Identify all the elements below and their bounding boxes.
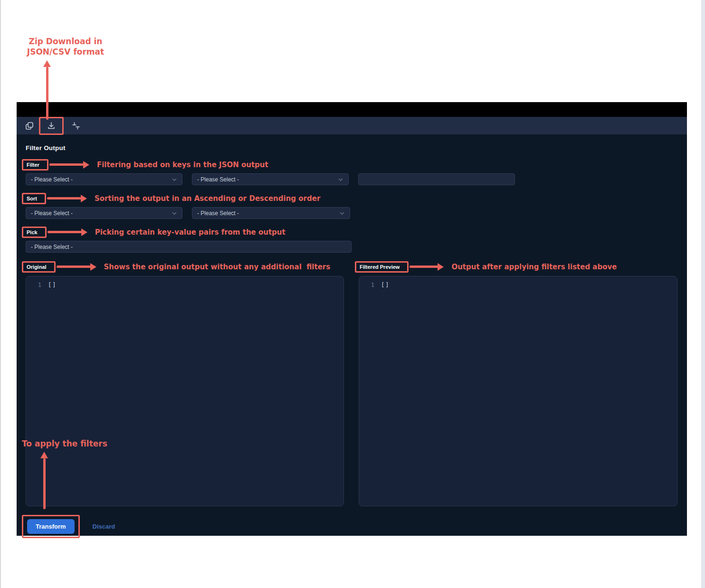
chevron-down-icon xyxy=(338,177,343,182)
annotation-sort-text: Sorting the output in an Ascending or De… xyxy=(95,194,320,203)
annotation-zip-line1: Zip Download in xyxy=(9,36,123,47)
filtered-preview-code-editor[interactable]: 1 [] xyxy=(359,276,677,506)
discard-link[interactable]: Discard xyxy=(93,523,115,530)
sort-key-select[interactable]: - Please Select - xyxy=(26,207,182,219)
code-line: 1 [] xyxy=(359,282,677,288)
footer-actions: Transform Discard xyxy=(26,515,678,538)
annotation-frame-pick: Pick xyxy=(22,227,47,238)
filtered-preview-section-label: Filtered Preview xyxy=(360,264,400,270)
collapse-button[interactable] xyxy=(70,120,82,132)
page-scrollbar[interactable] xyxy=(701,0,705,588)
chevron-down-icon xyxy=(171,210,177,216)
annotation-frame-filter: Filter xyxy=(22,159,48,171)
arrow-line xyxy=(49,163,84,166)
annotation-filtered-preview-text: Output after applying filters listed abo… xyxy=(451,263,617,271)
arrow-head-right xyxy=(83,161,89,169)
original-section-label: Original xyxy=(27,264,47,270)
annotation-frame-filtered-preview: Filtered Preview xyxy=(355,261,409,273)
annotation-frame-download xyxy=(39,117,64,135)
app-window: Filter Output Filter Filtering based on … xyxy=(17,102,687,536)
line-number: 1 xyxy=(359,282,374,288)
arrow-head-up xyxy=(40,452,48,458)
annotation-frame-sort: Sort xyxy=(22,193,46,204)
filter-section-label: Filter xyxy=(27,162,39,168)
annotation-frame-transform: Transform xyxy=(22,515,80,538)
annotation-zip-download: Zip Download in JSON/CSV format xyxy=(9,36,123,57)
code-line: 1 [] xyxy=(26,282,343,288)
copy-button[interactable] xyxy=(23,120,36,132)
annotation-arrow-zip xyxy=(43,60,51,120)
arrow-head-right xyxy=(90,263,96,271)
annotation-arrow-original xyxy=(57,263,96,271)
sort-key-select-value: - Please Select - xyxy=(31,210,73,217)
annotation-arrow-pick xyxy=(48,228,87,236)
sort-label-row: Sort Sorting the output in an Ascending … xyxy=(26,192,678,205)
collapse-icon xyxy=(71,121,81,131)
arrow-line xyxy=(46,67,48,120)
arrow-head-right xyxy=(81,195,87,202)
editors-label-row: Original Shows the original output witho… xyxy=(26,260,678,273)
page: Zip Download in JSON/CSV format xyxy=(0,0,705,588)
pick-section-label: Pick xyxy=(27,229,38,235)
window-titlebar xyxy=(17,102,687,117)
arrow-head-up xyxy=(43,60,51,67)
sort-field-row: - Please Select - - Please Select - xyxy=(26,207,678,219)
line-number: 1 xyxy=(26,282,41,288)
annotation-arrow-filter xyxy=(49,161,89,169)
pick-select-value: - Please Select - xyxy=(31,244,73,250)
annotation-arrow-sort xyxy=(47,195,87,202)
arrow-line xyxy=(48,231,82,233)
filtered-preview-label-group: Filtered Preview Output after applying f… xyxy=(359,260,677,273)
annotation-filter-text: Filtering based on keys in the JSON outp… xyxy=(97,161,268,169)
download-icon xyxy=(47,121,56,131)
annotation-frame-original: Original xyxy=(22,261,56,273)
code-content: [] xyxy=(48,282,57,288)
filter-operator-select[interactable]: - Please Select - xyxy=(192,173,349,185)
arrow-line xyxy=(47,197,81,199)
annotation-zip-line2: JSON/CSV format xyxy=(9,47,123,57)
chevron-down-icon xyxy=(339,210,345,216)
toolbar xyxy=(17,117,687,134)
annotation-pick-text: Picking certain key-value pairs from the… xyxy=(95,228,286,237)
sort-order-select[interactable]: - Please Select - xyxy=(192,207,350,219)
sort-section-label: Sort xyxy=(27,196,37,201)
original-label-group: Original Shows the original output witho… xyxy=(26,260,344,273)
pick-select[interactable]: - Please Select - xyxy=(26,241,352,253)
sort-order-select-value: - Please Select - xyxy=(197,210,239,217)
annotation-arrow-filtered-preview xyxy=(410,263,444,271)
filter-field-row: - Please Select - - Please Select - xyxy=(26,173,678,185)
arrow-line xyxy=(43,458,46,509)
chevron-down-icon xyxy=(171,177,177,182)
filter-output-panel: Filter Output Filter Filtering based on … xyxy=(17,144,687,538)
editors-row: 1 [] 1 [] xyxy=(26,276,678,506)
original-code-editor[interactable]: 1 [] xyxy=(26,276,344,506)
filter-key-select[interactable]: - Please Select - xyxy=(26,173,182,185)
arrow-line xyxy=(410,266,438,268)
filter-operator-select-value: - Please Select - xyxy=(197,176,239,183)
zip-download-button[interactable] xyxy=(45,120,57,132)
filter-key-select-value: - Please Select - xyxy=(31,176,73,183)
pick-label-row: Pick Picking certain key-value pairs fro… xyxy=(26,226,678,238)
annotation-arrow-apply xyxy=(40,452,48,509)
pick-field-row: - Please Select - xyxy=(26,241,678,253)
page-title: Filter Output xyxy=(26,144,678,152)
transform-button[interactable]: Transform xyxy=(27,519,75,534)
copy-icon xyxy=(25,121,34,131)
annotation-original-text: Shows the original output without any ad… xyxy=(104,263,331,271)
arrow-head-right xyxy=(81,228,87,236)
code-content: [] xyxy=(381,282,390,288)
arrow-head-right xyxy=(438,263,444,271)
arrow-line xyxy=(57,266,91,268)
annotation-apply-text: To apply the filters xyxy=(22,439,107,448)
filter-label-row: Filter Filtering based on keys in the JS… xyxy=(26,158,678,171)
filter-value-input[interactable] xyxy=(358,173,515,185)
